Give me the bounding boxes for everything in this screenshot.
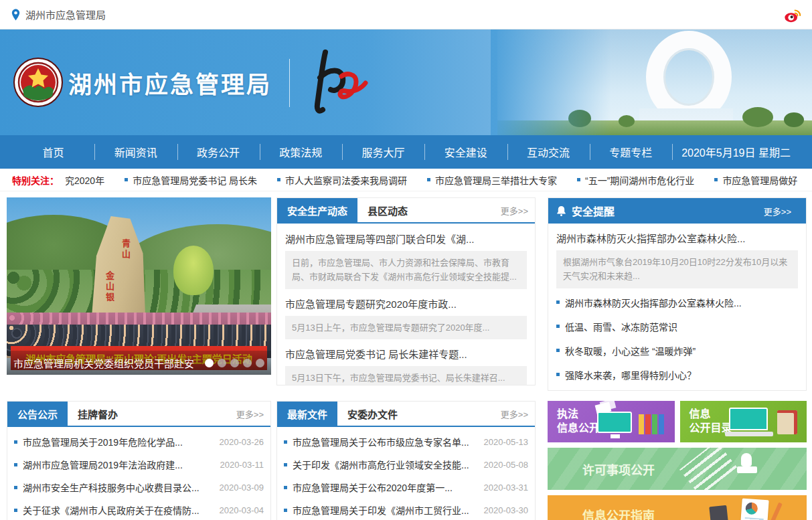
- carousel-caption-bar: 市应急管理局机关党委组织党员干部赴安: [7, 351, 271, 375]
- file-list: 市应急管理局关于公布市级应急专家名单...2020-05-13 关于印发《湖州市…: [277, 427, 535, 520]
- bullet-icon: [14, 463, 17, 466]
- bullet-icon: [284, 440, 287, 444]
- info-disclosure-guide-banner[interactable]: 信息公开指南: [548, 495, 807, 520]
- site-banner: 湖州市应急管理局: [0, 29, 812, 135]
- top-bar: 湖州市应急管理局: [0, 0, 812, 29]
- pencil-icon: [768, 503, 783, 520]
- item-date: 2020-03-31: [484, 483, 529, 493]
- bullet-icon: [556, 349, 560, 352]
- notice-list-item[interactable]: 关于征求《湖州市人民政府关于在疫情防...2020-03-04: [9, 499, 264, 520]
- page-title: 湖州市应急管理局: [68, 66, 272, 100]
- carousel-caption[interactable]: 市应急管理局机关党委组织党员干部赴安: [13, 356, 205, 370]
- ticker-item[interactable]: 市人大监察司法委来我局调研: [277, 173, 407, 187]
- alert-list-item[interactable]: 强降水来袭，哪里得特别小心？: [556, 363, 798, 387]
- safety-alert-section: 安全提醒 更多>> 湖州市森林防灭火指挥部办公室森林火险... 根据湖州市气象台…: [548, 197, 807, 391]
- news-item: 湖州市应急管理局等四部门联合印发《湖... 日前，市应急管理局、市人力资源和社会…: [285, 232, 527, 289]
- bullet-icon: [14, 440, 17, 444]
- bullet-icon: [556, 300, 560, 304]
- notice-list-item[interactable]: 湖州市应急管理局2019年法治政府建...2020-03-11: [9, 453, 264, 476]
- item-date: 2020-05-08: [484, 460, 529, 470]
- ticker-item[interactable]: 市应急管理局做好: [714, 173, 797, 187]
- weibo-icon[interactable]: [784, 6, 801, 23]
- files-more-link[interactable]: 更多>>: [501, 408, 535, 420]
- notice-list-item[interactable]: 市应急管理局关于2019年危险化学品...2020-03-26: [9, 430, 264, 453]
- alert-list-item[interactable]: 秋冬取暖，小心这些 “温暖炸弹”: [556, 339, 798, 363]
- monitor-icon: [597, 412, 632, 433]
- nav-item-policies[interactable]: 政策法规: [260, 135, 342, 169]
- bureau-emblem-logo: [13, 58, 63, 107]
- nav-item-gov-affairs[interactable]: 政务公开: [177, 135, 260, 169]
- promo-block-column: 执法信息公开 信息公开目录 许可事项公开 信息公开指南: [548, 401, 807, 520]
- news-title[interactable]: 湖州市应急管理局等四部门联合印发《湖...: [285, 232, 527, 246]
- carousel-dot[interactable]: [230, 359, 239, 367]
- news-title[interactable]: 市应急管理局专题研究2020年度市政...: [285, 296, 527, 311]
- alert-list-item[interactable]: 暑期高温多雨 警惕交通安全风险: [556, 387, 798, 391]
- bullet-icon: [284, 509, 287, 512]
- books-icon: [639, 414, 664, 434]
- alert-featured: 湖州市森林防灭火指挥部办公室森林火险... 根据湖州市气象台2019年10月20…: [548, 231, 806, 288]
- law-enforcement-disclosure-card[interactable]: 执法信息公开: [548, 401, 675, 442]
- title-divider: [289, 59, 290, 107]
- tab-public-notices[interactable]: 公告公示: [7, 401, 68, 426]
- current-site-location[interactable]: 湖州市应急管理局: [11, 7, 106, 21]
- info-disclosure-catalog-card[interactable]: 信息公开目录: [680, 401, 807, 442]
- alerts-more-link[interactable]: 更多>>: [764, 205, 798, 218]
- bullet-icon: [427, 178, 430, 181]
- nav-item-special-columns[interactable]: 专题专栏: [590, 135, 672, 169]
- bullet-icon: [277, 178, 280, 181]
- tab-county-news[interactable]: 县区动态: [357, 197, 418, 223]
- ticker-item[interactable]: 市应急管理局三举措壮大专家: [427, 173, 557, 187]
- tab-safety-production-news[interactable]: 安全生产动态: [277, 197, 357, 223]
- alert-list-item[interactable]: 低温、雨雪、冰冻防范常识: [556, 315, 798, 339]
- notice-list: 市应急管理局关于2019年危险化学品...2020-03-26 湖州市应急管理局…: [7, 427, 270, 520]
- carousel-dot[interactable]: [256, 359, 264, 367]
- stone-inscription: 青山: [119, 239, 132, 260]
- item-date: 2020-03-30: [484, 505, 529, 515]
- item-date: 2020-03-04: [220, 505, 264, 515]
- alert-featured-summary: 根据湖州市气象台2019年10月20日10时22分发布10月以来天气实况和未来趋…: [556, 250, 798, 288]
- nav-item-service-hall[interactable]: 服务大厅: [342, 135, 424, 169]
- alert-list-item[interactable]: 湖州市森林防灭火指挥部办公室森林火险...: [556, 290, 798, 315]
- alert-featured-title[interactable]: 湖州市森林防灭火指挥部办公室森林火险...: [556, 231, 798, 245]
- alert-list: 湖州市森林防灭火指挥部办公室森林火险... 低温、雨雪、冰冻防范常识 秋冬取暖，…: [548, 288, 806, 391]
- bullet-icon: [14, 509, 17, 512]
- file-list-item[interactable]: 关于印发《湖州市高危行业领域安全技能...2020-05-08: [278, 453, 528, 476]
- nav-item-news[interactable]: 新闻资讯: [94, 135, 177, 169]
- news-more-link[interactable]: 更多>>: [501, 204, 535, 217]
- ticker-item[interactable]: 研究2020年: [66, 173, 104, 187]
- carousel-dot[interactable]: [218, 359, 226, 367]
- bullet-icon: [556, 325, 560, 328]
- alert-section-title: 安全提醒: [572, 203, 615, 219]
- ticker-item[interactable]: “五一”期间湖州市危化行业: [577, 173, 694, 187]
- nav-item-home[interactable]: 首页: [12, 135, 94, 169]
- folder-icon: [777, 410, 797, 434]
- yellow-tree: [173, 246, 214, 295]
- news-item: 市应急管理局党委书记 局长朱建祥专题... 5月13日下午，市应急管理局党委书记…: [285, 347, 527, 385]
- tree-icon: [619, 115, 635, 127]
- bullet-icon: [284, 486, 287, 489]
- nav-item-safety-building[interactable]: 安全建设: [424, 135, 507, 169]
- photo-carousel[interactable]: 青山 金山银 湖州市应急管理局“‘两山理论’再出发”主题党日活动 市应急管理局机…: [7, 197, 271, 375]
- file-list-item[interactable]: 市应急管理局关于公布2020年度第一...2020-03-31: [278, 476, 528, 499]
- bullet-icon: [577, 178, 580, 181]
- tab-latest-files[interactable]: 最新文件: [277, 401, 337, 426]
- carousel-dot[interactable]: [205, 359, 214, 367]
- tree-icon: [742, 107, 773, 127]
- bell-icon: [556, 205, 566, 216]
- notice-list-item[interactable]: 湖州市安全生产科技服务中心收费目录公...2020-03-09: [9, 476, 264, 499]
- stone-inscription: 金山银: [103, 271, 116, 303]
- carousel-dot[interactable]: [243, 359, 252, 367]
- file-list-item[interactable]: 市应急管理局关于公布市级应急专家名单...2020-05-13: [278, 430, 528, 453]
- news-title[interactable]: 市应急管理局党委书记 局长朱建祥专题...: [285, 347, 527, 361]
- tree-icon: [784, 112, 804, 127]
- license-matters-disclosure-banner[interactable]: 许可事项公开: [548, 448, 807, 490]
- ticker-item[interactable]: 市应急管理局党委书记 局长朱: [125, 173, 257, 187]
- file-list-item[interactable]: 市应急管理局关于印发《湖州市工贸行业...2020-03-30: [278, 499, 528, 520]
- item-date: 2020-03-09: [220, 483, 264, 493]
- news-summary: 日前，市应急管理局、市人力资源和社会保障局、市教育局、市财政局联合下发《湖州市高…: [285, 251, 527, 289]
- tab-safety-committee-files[interactable]: 安委办文件: [337, 401, 408, 426]
- tab-listed-supervision[interactable]: 挂牌督办: [68, 401, 128, 426]
- notices-more-link[interactable]: 更多>>: [236, 408, 270, 420]
- nav-item-interaction[interactable]: 互动交流: [507, 135, 590, 169]
- public-notice-section: 公告公示 挂牌督办 更多>> 市应急管理局关于2019年危险化学品...2020…: [7, 401, 271, 520]
